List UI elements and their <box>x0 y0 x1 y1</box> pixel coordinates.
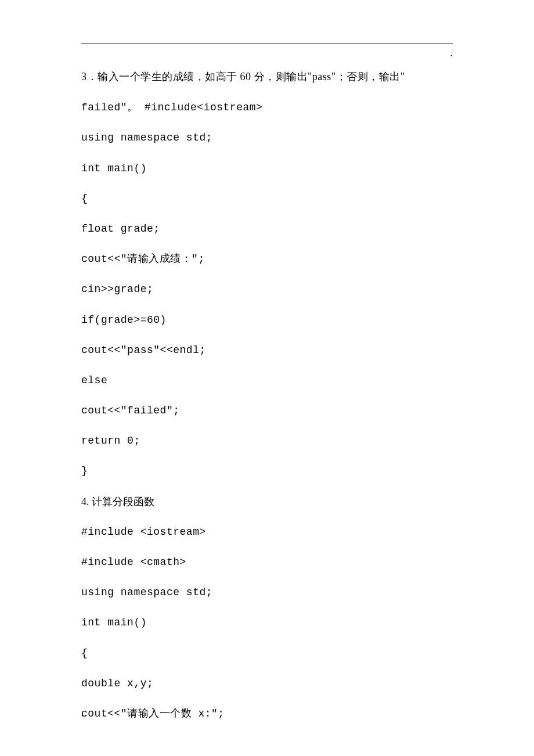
q3-code-line: cout<<"failed"; <box>81 395 453 426</box>
q4-code-line: cout<<"请输入一个数 x:"; <box>81 699 453 729</box>
q3-prompt-line2-text: failed"。 #include<iostream> <box>81 102 262 113</box>
q3-code-line: int main() <box>81 153 453 183</box>
q4-code-line: int main() <box>81 607 453 638</box>
q4-code-line: double x,y; <box>81 668 453 699</box>
q3-code-line: return 0; <box>81 426 453 456</box>
q4-code-line: { <box>81 638 453 668</box>
q3-prompt-line2: failed"。 #include<iostream> <box>81 92 453 123</box>
q4-code-line: #include <iostream> <box>81 517 453 547</box>
q3-code-line: { <box>81 183 453 214</box>
q3-code-line: float grade; <box>81 214 453 244</box>
q4-title: 4. 计算分段函数 <box>81 487 453 517</box>
header-rule <box>81 44 453 44</box>
footer-dot: . <box>81 700 84 727</box>
q3-code-line: cin>>grade; <box>81 274 453 304</box>
document-page: . 3．输入一个学生的成绩，如高于 60 分，则输出"pass"；否则，输出" … <box>0 0 534 756</box>
q3-code-line: else <box>81 365 453 395</box>
q3-code-line: if(grade>=60) <box>81 305 453 335</box>
q3-code-line: } <box>81 456 453 486</box>
q3-code-line: using namespace std; <box>81 123 453 153</box>
q3-code-line: cout<<"请输入成绩："; <box>81 244 453 274</box>
header-dot: . <box>450 38 453 68</box>
q3-prompt-line1: 3．输入一个学生的成绩，如高于 60 分，则输出"pass"；否则，输出" <box>81 62 453 92</box>
q4-code-line: using namespace std; <box>81 577 453 607</box>
q3-code-line: cout<<"pass"<<endl; <box>81 335 453 365</box>
q4-code-line: #include <cmath> <box>81 547 453 577</box>
